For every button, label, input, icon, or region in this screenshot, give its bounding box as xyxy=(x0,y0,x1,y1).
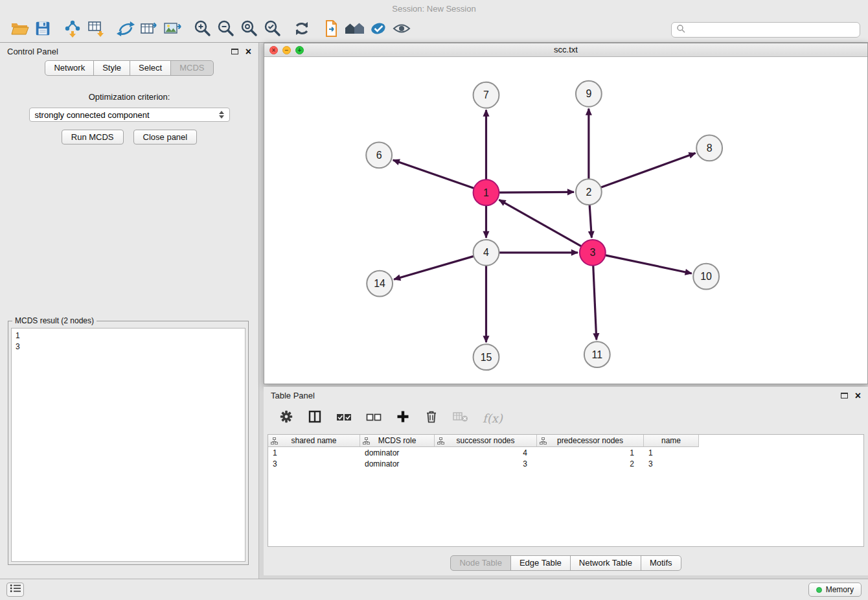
graph-node-3[interactable]: 3 xyxy=(580,240,606,266)
export-image-button[interactable] xyxy=(161,19,184,41)
graph-node-label: 9 xyxy=(586,88,591,99)
mcds-result-list[interactable]: 1 3 xyxy=(11,328,246,562)
graph-edge-1-2[interactable] xyxy=(499,192,574,192)
column-header-shared-name[interactable]: shared name xyxy=(268,435,360,447)
show-panels-button[interactable] xyxy=(6,583,24,597)
column-header-name[interactable]: name xyxy=(644,435,699,447)
cell-successor-nodes: 4 xyxy=(435,448,537,457)
tab-node-table[interactable]: Node Table xyxy=(450,555,511,571)
graph-node-15[interactable]: 15 xyxy=(474,344,499,370)
graph-node-2[interactable]: 2 xyxy=(576,179,602,205)
graph-node-11[interactable]: 11 xyxy=(584,341,610,367)
maximize-window-button[interactable]: + xyxy=(295,46,304,54)
close-panel-button[interactable]: Close panel xyxy=(133,130,198,144)
add-column-button[interactable] xyxy=(396,410,410,426)
toggle-visibility-button[interactable] xyxy=(390,19,413,41)
graph-edge-3-1[interactable] xyxy=(499,200,581,246)
graph-node-1[interactable]: 1 xyxy=(474,179,499,205)
tab-network-table[interactable]: Network Table xyxy=(570,555,641,571)
column-header-predecessor-nodes[interactable]: predecessor nodes xyxy=(537,435,644,447)
delete-column-button[interactable] xyxy=(424,410,439,426)
plus-icon xyxy=(396,410,410,426)
network-canvas[interactable]: 7968124314101511 xyxy=(264,57,867,384)
optimization-criterion-select[interactable]: strongly connected component xyxy=(29,108,230,122)
function-builder-button[interactable]: f(x) xyxy=(483,411,503,425)
mcds-result-line: 3 xyxy=(16,341,241,352)
graph-edge-2-3[interactable] xyxy=(589,205,591,238)
float-table-panel-icon[interactable] xyxy=(841,393,848,398)
tab-style[interactable]: Style xyxy=(93,60,130,76)
save-session-button[interactable] xyxy=(31,19,54,41)
show-columns-button[interactable] xyxy=(308,410,322,426)
zoom-selected-button[interactable] xyxy=(260,19,284,41)
tab-motifs[interactable]: Motifs xyxy=(641,555,681,571)
cell-shared-name: 3 xyxy=(268,459,360,468)
network-graph[interactable]: 7968124314101511 xyxy=(264,57,867,384)
table-row[interactable]: 3 dominator 3 2 3 xyxy=(268,458,863,469)
tab-select[interactable]: Select xyxy=(130,60,171,76)
export-network-button[interactable] xyxy=(114,19,137,41)
zoom-out-button[interactable] xyxy=(214,19,237,41)
browser-home-button[interactable] xyxy=(343,19,367,41)
graph-edge-4-14[interactable] xyxy=(394,256,474,279)
zoom-fit-button[interactable] xyxy=(237,19,260,41)
network-arrows-icon xyxy=(116,19,135,41)
graph-node-label: 6 xyxy=(376,150,382,161)
memory-status-icon xyxy=(816,587,822,593)
clone-network-button[interactable] xyxy=(320,19,343,41)
memory-button[interactable]: Memory xyxy=(808,583,862,597)
import-network-button[interactable] xyxy=(61,19,84,41)
table-settings-button[interactable] xyxy=(279,410,293,426)
attribute-tree-icon xyxy=(437,437,444,446)
delete-table-button[interactable] xyxy=(453,410,468,426)
unchecked-boxes-icon xyxy=(366,410,382,426)
table-row[interactable]: 1 dominator 4 1 1 xyxy=(268,447,863,458)
apply-style-button[interactable] xyxy=(367,19,390,41)
graph-node-label: 4 xyxy=(483,247,489,258)
gear-icon xyxy=(279,410,293,426)
close-panel-icon[interactable]: × xyxy=(246,47,251,57)
open-session-button[interactable] xyxy=(8,19,31,41)
close-window-button[interactable]: × xyxy=(269,46,278,54)
apply-layout-button[interactable] xyxy=(290,19,314,41)
graph-edge-3-11[interactable] xyxy=(593,266,597,340)
unselect-all-columns-button[interactable] xyxy=(366,410,382,426)
floppy-disk-icon xyxy=(34,19,52,40)
search-field[interactable] xyxy=(671,22,860,38)
select-stepper-icon xyxy=(219,111,224,119)
table-tabs: Node Table Edge Table Network Table Moti… xyxy=(264,555,868,571)
graph-edge-1-6[interactable] xyxy=(393,160,474,189)
import-table-button[interactable] xyxy=(84,19,108,41)
close-table-panel-icon[interactable]: × xyxy=(855,391,861,401)
cell-shared-name: 1 xyxy=(268,448,360,457)
zoom-in-button[interactable] xyxy=(190,19,214,41)
graph-node-10[interactable]: 10 xyxy=(693,264,719,290)
graph-node-9[interactable]: 9 xyxy=(576,81,602,107)
graph-node-7[interactable]: 7 xyxy=(474,82,499,108)
float-panel-icon[interactable] xyxy=(231,49,238,54)
status-bar: Memory xyxy=(0,579,868,600)
export-table-button[interactable] xyxy=(137,19,161,41)
minimize-window-button[interactable]: − xyxy=(282,46,291,54)
column-header-successor-nodes[interactable]: successor nodes xyxy=(435,435,537,447)
select-all-columns-button[interactable] xyxy=(336,410,352,426)
tab-network[interactable]: Network xyxy=(45,60,94,76)
mcds-result-line: 1 xyxy=(16,330,241,341)
run-mcds-button[interactable]: Run MCDS xyxy=(62,130,124,144)
tab-mcds[interactable]: MCDS xyxy=(170,60,213,76)
graph-edge-2-8[interactable] xyxy=(601,153,696,187)
graph-edge-3-10[interactable] xyxy=(605,255,691,273)
graph-node-4[interactable]: 4 xyxy=(474,240,499,266)
column-header-mcds-role[interactable]: MCDS role xyxy=(360,435,435,447)
tab-edge-table[interactable]: Edge Table xyxy=(510,555,571,571)
checked-boxes-icon xyxy=(336,410,352,426)
graph-node-8[interactable]: 8 xyxy=(696,135,722,161)
graph-node-6[interactable]: 6 xyxy=(366,142,392,168)
criterion-value: strongly connected component xyxy=(35,110,150,120)
attribute-tree-icon xyxy=(363,437,370,446)
trash-icon xyxy=(424,410,439,426)
search-input[interactable] xyxy=(685,25,855,35)
window-title: Session: New Session xyxy=(0,0,868,17)
network-view-window: × − + scc.txt 7968124314101511 xyxy=(264,43,868,384)
graph-node-14[interactable]: 14 xyxy=(367,271,393,297)
